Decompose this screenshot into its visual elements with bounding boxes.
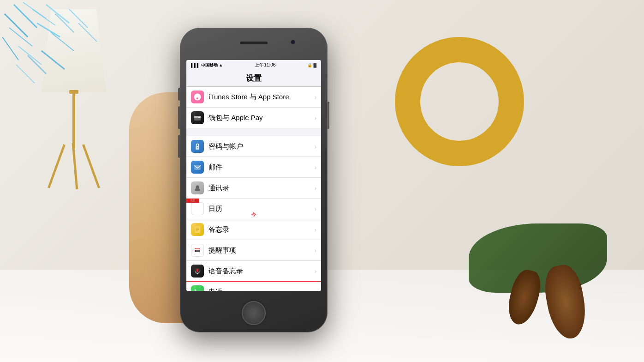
confetti-decoration: [0, 0, 101, 115]
mail-label: 邮件: [209, 163, 313, 172]
svg-line-3: [32, 9, 55, 25]
settings-item-calendar[interactable]: 日历 今 日历 ›: [186, 199, 321, 219]
svg-line-15: [78, 23, 97, 42]
mail-icon: [191, 161, 204, 174]
mute-switch: [178, 88, 180, 101]
page-title: 设置: [246, 74, 262, 83]
settings-item-itunes[interactable]: iTunes Store 与 App Store ›: [186, 87, 321, 108]
battery-icon: ▓: [313, 63, 316, 67]
chevron-icon: ›: [315, 164, 316, 171]
svg-point-32: [195, 251, 196, 252]
itunes-label: iTunes Store 与 App Store: [209, 93, 313, 102]
carrier-signal: ▌▌▌ 中国移动 ▲: [191, 62, 223, 68]
notes-label: 备忘录: [209, 225, 313, 234]
lock-icon: 🔒: [307, 63, 312, 67]
password-label: 密码与帐户: [209, 142, 313, 151]
phone-label: 电话: [209, 288, 313, 291]
settings-list: iTunes Store 与 App Store › 钱包与 Apple Pay: [186, 87, 321, 291]
svg-point-30: [195, 248, 196, 249]
signal-bars: ▌▌▌: [191, 63, 200, 67]
calendar-label: 日历: [209, 205, 313, 213]
settings-item-phone[interactable]: 电话 ›: [186, 282, 321, 291]
settings-item-reminders[interactable]: 提醒事项 ›: [186, 240, 321, 261]
svg-point-20: [197, 147, 198, 148]
phone-icon: [191, 285, 204, 291]
svg-point-31: [195, 250, 196, 251]
chevron-icon: ›: [315, 247, 316, 254]
settings-group-1: iTunes Store 与 App Store › 钱包与 Apple Pay: [186, 87, 321, 128]
speaker-grille: [240, 42, 268, 44]
chevron-icon: ›: [315, 226, 316, 233]
svg-line-13: [16, 65, 35, 83]
svg-rect-17: [194, 116, 201, 118]
wallet-icon: [191, 111, 204, 124]
lamp-leg-1: [48, 144, 66, 188]
reminders-icon: [191, 244, 204, 257]
settings-item-mail[interactable]: 邮件 ›: [186, 157, 321, 178]
svg-line-10: [28, 55, 46, 74]
yellow-ring-decoration: [395, 37, 524, 166]
volume-up-button: [178, 106, 180, 129]
svg-line-14: [42, 51, 65, 69]
svg-line-8: [55, 14, 74, 32]
reminders-label: 提醒事项: [209, 246, 313, 255]
voice-memos-icon: [191, 265, 204, 278]
chevron-icon: ›: [315, 289, 316, 291]
phone: ▌▌▌ 中国移动 ▲ 上午11:06 🔒 ▓ 设置: [180, 28, 328, 332]
svg-line-5: [46, 5, 69, 23]
svg-line-0: [14, 5, 37, 28]
settings-item-notes[interactable]: 备忘录 ›: [186, 219, 321, 240]
calendar-icon: 日历 今: [191, 202, 204, 215]
front-camera: [291, 40, 295, 44]
notes-icon: [191, 223, 204, 236]
chevron-icon: ›: [315, 94, 316, 101]
phone-shell: ▌▌▌ 中国移动 ▲ 上午11:06 🔒 ▓ 设置: [180, 28, 328, 332]
clock: 上午11:06: [255, 62, 275, 68]
itunes-icon: [191, 90, 204, 103]
wifi-icon: ▲: [219, 63, 223, 67]
chevron-icon: ›: [315, 205, 316, 212]
lamp-leg-3: [82, 144, 100, 188]
power-button: [328, 102, 329, 129]
chevron-icon: ›: [315, 143, 316, 150]
settings-item-voice-memos[interactable]: 语音备忘录 ›: [186, 261, 321, 282]
chevron-icon: ›: [315, 185, 316, 192]
phone-screen: ▌▌▌ 中国移动 ▲ 上午11:06 🔒 ▓ 设置: [186, 60, 321, 291]
svg-line-11: [69, 9, 88, 28]
settings-group-2: 密码与帐户 › 邮件 ›: [186, 136, 321, 291]
separator-1: [186, 128, 321, 136]
home-button[interactable]: [242, 301, 266, 325]
svg-line-12: [51, 32, 74, 51]
volume-down-button: [178, 135, 180, 158]
settings-item-wallet[interactable]: 钱包与 Apple Pay ›: [186, 108, 321, 128]
settings-item-contacts[interactable]: 通讯录 ›: [186, 178, 321, 199]
settings-item-password[interactable]: 密码与帐户 ›: [186, 136, 321, 157]
status-indicators: 🔒 ▓: [307, 63, 316, 67]
password-icon: [191, 140, 204, 153]
svg-line-9: [18, 46, 42, 65]
voice-memos-label: 语音备忘录: [209, 267, 313, 276]
lamp-leg-2: [72, 143, 78, 189]
status-bar: ▌▌▌ 中国移动 ▲ 上午11:06 🔒 ▓: [186, 60, 321, 70]
contacts-icon: [191, 181, 204, 194]
svg-rect-18: [198, 117, 200, 118]
navigation-bar: 设置: [186, 70, 321, 87]
carrier-name: 中国移动: [201, 63, 218, 67]
contacts-label: 通讯录: [209, 184, 313, 193]
svg-line-7: [37, 23, 60, 37]
svg-line-6: [2, 37, 18, 60]
chevron-icon: ›: [315, 115, 316, 121]
svg-rect-34: [197, 269, 198, 272]
wallet-label: 钱包与 Apple Pay: [209, 114, 313, 122]
chevron-icon: ›: [315, 268, 316, 275]
